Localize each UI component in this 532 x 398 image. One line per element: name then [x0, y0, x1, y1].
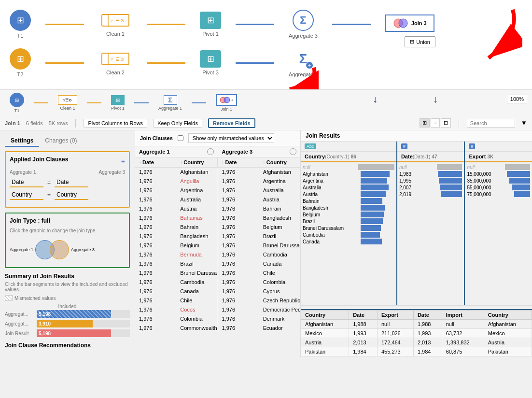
agg3-data-row[interactable]: 1,976Austria: [218, 195, 301, 204]
agg1-data-row[interactable]: 1,976Afghanistan: [135, 168, 218, 177]
date-bar-row[interactable]: 1,983: [399, 171, 462, 177]
agg1-data-row[interactable]: 1,976Bermuda: [135, 250, 218, 259]
agg1-data-row[interactable]: 1,976Australia: [135, 195, 218, 204]
node-T2[interactable]: ⊞ T2: [10, 48, 31, 77]
export-bar-row[interactable]: null: [467, 164, 530, 170]
agg3-data-row[interactable]: 1,976Democratic People': [218, 305, 301, 314]
agg3-data-row[interactable]: 1,976Brunei Darussalam: [218, 241, 301, 250]
country-bar-row[interactable]: Brunei Darussalam: [303, 225, 394, 231]
agg3-data-row[interactable]: 1,976Chile: [218, 269, 301, 278]
agg1-data-row[interactable]: 1,976Commonwealth Of: [135, 324, 218, 333]
agg3-data-row[interactable]: 1,976Brazil: [218, 232, 301, 241]
country-bar-row[interactable]: Belgium: [303, 212, 394, 217]
mismatch-dropdown[interactable]: Show only mismatched values: [188, 133, 274, 143]
agg3-data-row[interactable]: 1,976Ecuador: [218, 324, 301, 333]
agg3-data-row[interactable]: 1,976Bahrain: [218, 204, 301, 213]
agg3-date-header[interactable]: ↑ Date: [218, 157, 259, 167]
agg1-data-row[interactable]: 1,976Bahamas: [135, 213, 218, 223]
search-btn[interactable]: ▼: [521, 119, 527, 127]
bar1-container[interactable]: 5,198: [37, 310, 130, 318]
node-pivot3[interactable]: ⊞ Pivot 3: [200, 50, 221, 75]
export-bar-row[interactable]: 35,000,000: [467, 178, 530, 184]
mini-node-clean1[interactable]: ▿☰⊘ Clean 1: [58, 95, 77, 111]
agg1-data-row[interactable]: 1,976Bangladesh: [135, 232, 218, 241]
country-bar-row[interactable]: Austria: [303, 191, 394, 197]
agg3-country-header[interactable]: ↑ Country: [259, 157, 300, 167]
mini-node-pivot1[interactable]: ⊞ Pivot 1: [111, 95, 125, 111]
export-bar-row[interactable]: 55,000,000: [467, 185, 530, 190]
union-popup[interactable]: ⊞ Union: [405, 36, 435, 47]
node-join-selected[interactable]: Join 3: [385, 14, 434, 34]
export-bar-row[interactable]: 75,000,000: [467, 191, 530, 197]
join-icon-box[interactable]: Join 3: [385, 14, 434, 32]
agg3-search-icon[interactable]: [290, 148, 296, 155]
agg1-data-row[interactable]: 1,976Colombia: [135, 314, 218, 324]
tab-changes[interactable]: Changes (0): [39, 135, 83, 147]
country-bar-row[interactable]: Bahrain: [303, 198, 394, 204]
agg3-data-row[interactable]: 1,976Belgium: [218, 223, 301, 232]
agg3-data-row[interactable]: 1,976Australia: [218, 186, 301, 195]
agg1-search-icon[interactable]: [207, 148, 214, 155]
agg1-data-row[interactable]: 1,976Canada: [135, 287, 218, 296]
country-bar-row[interactable]: Brazil: [303, 218, 394, 224]
agg3-data-row[interactable]: 1,976Colombia: [218, 278, 301, 287]
agg1-data-row[interactable]: 1,976Brunei Darussalam: [135, 269, 218, 278]
node-T1[interactable]: ⊞ T1: [10, 10, 31, 39]
agg3-data-row[interactable]: 1,976Bangladesh: [218, 213, 301, 223]
tab-settings[interactable]: Settings: [5, 135, 39, 147]
date-bar-row[interactable]: 1,995: [399, 178, 462, 184]
agg1-data-row[interactable]: 1,976Austria: [135, 204, 218, 213]
table-row[interactable]: Pakistan1,984455,2731,98460,875Pakistan: [301, 347, 532, 356]
view-icon-1[interactable]: ⊞: [420, 118, 430, 128]
mini-node-join[interactable]: + Join 1: [216, 94, 237, 112]
date-bar-row[interactable]: 2,007: [399, 185, 462, 190]
agg1-data-row[interactable]: 1,976Brazil: [135, 259, 218, 269]
agg3-data-row[interactable]: 1,976Czech Republic: [218, 296, 301, 305]
country-bar-row[interactable]: Cambodia: [303, 232, 394, 238]
agg1-data-row[interactable]: 1,976Cocos: [135, 305, 218, 314]
country-bar-row[interactable]: Argentina: [303, 178, 394, 184]
agg1-data-row[interactable]: 1,976Bahrain: [135, 223, 218, 232]
agg3-data-row[interactable]: 1,976Cambodia: [218, 250, 301, 259]
node-clean1[interactable]: ▿ ☰ ⊘ Clean 1: [98, 12, 132, 37]
venn-diagram[interactable]: [35, 240, 69, 259]
add-clause-btn[interactable]: +: [121, 157, 125, 165]
mini-node-agg1[interactable]: Σ Aggregate 1: [158, 95, 182, 111]
mini-node-T1[interactable]: ⊞ T1: [10, 93, 24, 113]
table-row[interactable]: Mexico1,993211,0261,99363,732Mexico: [301, 329, 532, 338]
agg1-data-row[interactable]: 1,976Chile: [135, 296, 218, 305]
agg1-data-row[interactable]: 1,976Argentina: [135, 186, 218, 195]
date-bar-row[interactable]: null: [399, 164, 462, 170]
country-bar-row[interactable]: Canada: [303, 239, 394, 244]
table-row[interactable]: Austria2,013172,4642,0131,393,832Austria: [301, 338, 532, 347]
pivot-columns-btn[interactable]: Pivot Columns to Rows: [84, 119, 147, 128]
bar3-container[interactable]: 5,198: [37, 329, 130, 337]
agg3-data-row[interactable]: 1,976Argentina: [218, 177, 301, 186]
agg3-data-row[interactable]: 1,976Denmark: [218, 314, 301, 324]
agg1-data-row[interactable]: 1,976Belgium: [135, 241, 218, 250]
agg1-data-row[interactable]: 1,976Anguilla: [135, 177, 218, 186]
country-bar-row[interactable]: null: [303, 164, 394, 170]
mismatch-checkbox[interactable]: [178, 135, 183, 141]
remove-fields-btn[interactable]: Remove Fields: [208, 118, 255, 128]
date-bar-row[interactable]: 2,019: [399, 191, 462, 197]
agg1-country-header[interactable]: ↑ Country: [176, 157, 217, 167]
node-clean2[interactable]: ▿ ☰ ⊘ Clean 2: [98, 50, 132, 75]
export-bar-row[interactable]: 15,000,000: [467, 171, 530, 177]
agg3-data-row[interactable]: 1,976Canada: [218, 259, 301, 269]
table-row[interactable]: Afghanistan1,988null1,988nullAfghanistan: [301, 320, 532, 329]
bar2-container[interactable]: 3,910: [37, 320, 130, 327]
country-bar-row[interactable]: Afghanistan: [303, 171, 394, 177]
node-agg-sigma[interactable]: Σ Aggregate 3: [289, 10, 318, 39]
agg1-date-header[interactable]: ↑ Date: [135, 157, 176, 167]
agg3-data-row[interactable]: 1,976Afghanistan: [218, 168, 301, 177]
search-input[interactable]: [467, 119, 515, 128]
country-bar-row[interactable]: Australia: [303, 185, 394, 190]
view-icon-2[interactable]: ≡: [431, 118, 439, 128]
agg3-data-row[interactable]: 1,976Cyprus: [218, 287, 301, 296]
horizontal-scrollbar[interactable]: [301, 305, 532, 309]
country-bar-row[interactable]: Bangladesh: [303, 205, 394, 211]
keep-only-btn[interactable]: Keep Only Fields: [153, 119, 202, 128]
node-pivot1[interactable]: ⊞ Pivot 1: [200, 12, 221, 37]
agg1-data-row[interactable]: 1,976Cambodia: [135, 278, 218, 287]
